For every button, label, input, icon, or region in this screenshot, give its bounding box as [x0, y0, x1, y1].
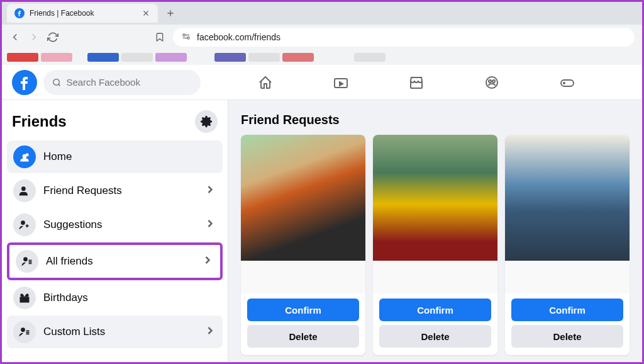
sidebar-item-label: All friends: [46, 255, 194, 268]
friend-request-card: Confirm Delete: [373, 135, 497, 355]
facebook-header: [2, 65, 642, 100]
facebook-favicon: [14, 8, 25, 18]
custom-lists-icon: [13, 321, 36, 343]
chevron-right-icon: [201, 254, 214, 269]
top-nav: [201, 67, 632, 98]
request-cards: Confirm Delete Confirm Delete Confirm De…: [241, 135, 630, 355]
browser-tab[interactable]: Friends | Facebook: [7, 4, 158, 23]
profile-photo[interactable]: [241, 135, 365, 261]
tab-bar: Friends | Facebook: [2, 2, 642, 25]
url-text: facebook.com/friends: [197, 32, 280, 42]
svg-point-9: [21, 186, 26, 191]
delete-button[interactable]: Delete: [247, 325, 359, 348]
site-settings-icon[interactable]: [182, 32, 191, 43]
search-icon: [52, 77, 61, 88]
sidebar-item-requests[interactable]: Friend Requests: [7, 174, 223, 207]
card-actions: Confirm Delete: [373, 293, 497, 355]
browser-toolbar: facebook.com/friends: [2, 25, 642, 50]
sidebar-item-suggestions[interactable]: Suggestions: [7, 208, 223, 241]
friend-request-card: Confirm Delete: [241, 135, 365, 355]
facebook-logo[interactable]: [12, 70, 37, 95]
section-title: Friend Requests: [241, 113, 630, 127]
browser-chrome: Friends | Facebook facebook.com/friends: [2, 2, 642, 65]
profile-name-blurred: [505, 261, 630, 293]
friends-icon: [13, 145, 36, 168]
delete-button[interactable]: Delete: [511, 325, 623, 348]
sidebar-item-label: Birthdays: [43, 292, 216, 304]
sidebar-item-custom-lists[interactable]: Custom Lists: [7, 316, 223, 348]
svg-point-1: [187, 37, 190, 39]
chevron-right-icon: [204, 324, 216, 339]
svg-point-2: [53, 79, 60, 85]
all-friends-icon: [16, 250, 38, 273]
nav-home[interactable]: [231, 67, 300, 98]
sidebar-header: Friends: [7, 108, 223, 140]
settings-button[interactable]: [195, 110, 218, 133]
forward-button[interactable]: [28, 31, 40, 43]
sidebar-title: Friends: [12, 113, 67, 130]
svg-point-10: [21, 220, 25, 225]
profile-photo[interactable]: [505, 135, 630, 261]
profile-photo[interactable]: [373, 135, 497, 261]
sidebar-item-label: Custom Lists: [43, 326, 196, 338]
svg-point-11: [23, 257, 28, 261]
back-button[interactable]: [9, 31, 21, 43]
main-content: Friend Requests Confirm Delete Confirm D…: [228, 100, 642, 362]
nav-gaming[interactable]: [533, 67, 602, 98]
nav-video[interactable]: [306, 67, 375, 98]
delete-button[interactable]: Delete: [379, 325, 491, 348]
svg-point-5: [489, 80, 491, 82]
chevron-right-icon: [204, 183, 216, 198]
close-icon[interactable]: [142, 9, 150, 18]
sidebar-item-all-friends[interactable]: All friends: [7, 242, 223, 280]
svg-point-4: [486, 77, 497, 88]
profile-name-blurred: [241, 261, 365, 293]
reload-button[interactable]: [47, 31, 58, 43]
friend-request-icon: [13, 179, 36, 202]
nav-marketplace[interactable]: [382, 67, 451, 98]
svg-rect-12: [20, 297, 30, 302]
sidebar-item-label: Suggestions: [43, 219, 196, 231]
confirm-button[interactable]: Confirm: [247, 299, 359, 321]
sidebar-item-label: Home: [43, 151, 216, 163]
sidebar-item-birthdays[interactable]: Birthdays: [7, 282, 223, 314]
sidebar: Friends Home Friend Requests Suggestions: [2, 100, 228, 362]
address-bar[interactable]: facebook.com/friends: [173, 28, 635, 47]
bookmark-icon[interactable]: [154, 31, 165, 43]
gift-icon: [13, 287, 36, 309]
svg-point-6: [492, 80, 495, 82]
card-actions: Confirm Delete: [505, 293, 630, 355]
suggestions-icon: [13, 213, 36, 236]
friend-request-card: Confirm Delete: [505, 135, 630, 355]
bookmarks-bar: [2, 50, 642, 65]
main-body: Friends Home Friend Requests Suggestions: [2, 100, 642, 362]
svg-point-0: [183, 33, 186, 36]
gear-icon: [200, 115, 213, 128]
confirm-button[interactable]: Confirm: [379, 299, 491, 321]
profile-name-blurred: [373, 261, 497, 293]
new-tab-button[interactable]: [162, 4, 179, 22]
chevron-right-icon: [204, 217, 216, 232]
tab-title: Friends | Facebook: [30, 9, 136, 18]
svg-point-13: [21, 327, 25, 332]
svg-point-8: [26, 153, 29, 156]
nav-groups[interactable]: [457, 67, 526, 98]
search-box[interactable]: [43, 70, 201, 95]
sidebar-item-home[interactable]: Home: [7, 140, 223, 173]
sidebar-item-label: Friend Requests: [43, 185, 196, 197]
confirm-button[interactable]: Confirm: [511, 299, 623, 321]
search-input[interactable]: [66, 77, 192, 88]
card-actions: Confirm Delete: [241, 293, 365, 355]
